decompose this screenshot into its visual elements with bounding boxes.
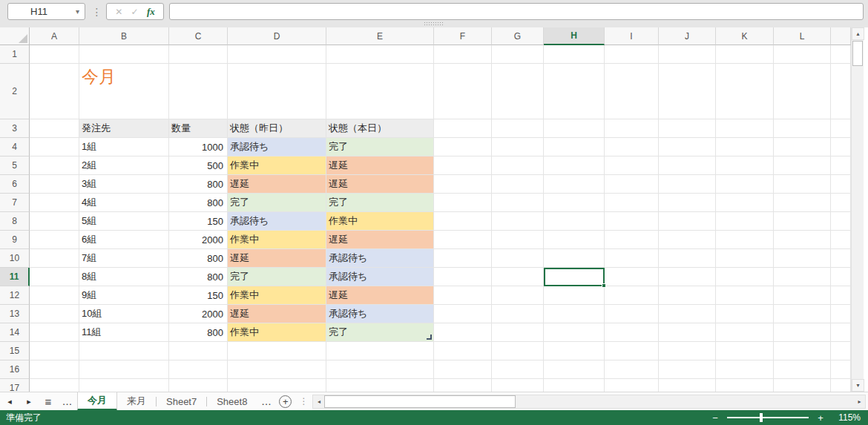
cell-G8[interactable] <box>492 212 544 231</box>
cell-B16[interactable] <box>79 360 169 379</box>
cell-D1[interactable] <box>228 45 326 64</box>
column-header-H[interactable]: H <box>544 27 605 45</box>
cell-C7[interactable]: 800 <box>169 194 228 212</box>
cell-I11[interactable] <box>605 268 659 286</box>
cell-E5[interactable]: 遅延 <box>326 157 434 175</box>
cell-I10[interactable] <box>605 249 659 268</box>
name-box[interactable]: H11 ▾ <box>7 3 85 20</box>
cell-I5[interactable] <box>605 157 659 175</box>
cell-G9[interactable] <box>492 231 544 249</box>
tabbar-grip-icon[interactable]: ⋮ <box>299 396 308 406</box>
cell-A17[interactable] <box>30 379 79 392</box>
cell-G12[interactable] <box>492 286 544 305</box>
cell-J10[interactable] <box>659 249 716 268</box>
cell-J9[interactable] <box>659 231 716 249</box>
cell-B8[interactable]: 5組 <box>79 212 169 231</box>
column-header-G[interactable]: G <box>492 27 544 45</box>
horizontal-scrollbar-thumb[interactable] <box>324 395 516 408</box>
cell-K1[interactable] <box>716 45 774 64</box>
cell-K17[interactable] <box>716 379 774 392</box>
cell-D16[interactable] <box>228 360 326 379</box>
cell-H10[interactable] <box>544 249 605 268</box>
cell-G5[interactable] <box>492 157 544 175</box>
scroll-left-icon[interactable]: ◂ <box>313 395 324 408</box>
cell-A1[interactable] <box>30 45 79 64</box>
sheet-tab-Sheet8[interactable]: Sheet8 <box>207 392 257 411</box>
cell-J4[interactable] <box>659 138 716 157</box>
cell-G10[interactable] <box>492 249 544 268</box>
cell-G2[interactable] <box>492 64 544 119</box>
cell-J3[interactable] <box>659 119 716 138</box>
cell-L8[interactable] <box>774 212 831 231</box>
cell-B12[interactable]: 9組 <box>79 286 169 305</box>
cell-J7[interactable] <box>659 194 716 212</box>
cell-H7[interactable] <box>544 194 605 212</box>
row-header-16[interactable]: 16 <box>0 360 30 379</box>
scroll-right-icon[interactable]: ▸ <box>854 395 865 408</box>
cell-J2[interactable] <box>659 64 716 119</box>
row-header-11[interactable]: 11 <box>0 268 30 286</box>
cell-K8[interactable] <box>716 212 774 231</box>
cell-G13[interactable] <box>492 305 544 323</box>
column-header-K[interactable]: K <box>716 27 774 45</box>
cell-B13[interactable]: 10組 <box>79 305 169 323</box>
cell-F2[interactable] <box>434 64 492 119</box>
column-header-A[interactable]: A <box>30 27 79 45</box>
row-header-2[interactable]: 2 <box>0 64 30 119</box>
cell-A3[interactable] <box>30 119 79 138</box>
cell-I14[interactable] <box>605 323 659 342</box>
cell-B1[interactable] <box>79 45 169 64</box>
cell-D2[interactable] <box>228 64 326 119</box>
cell-K12[interactable] <box>716 286 774 305</box>
row-header-8[interactable]: 8 <box>0 212 30 231</box>
cell-G15[interactable] <box>492 342 544 360</box>
cell-C5[interactable]: 500 <box>169 157 228 175</box>
tab-overflow-left-icon[interactable]: … <box>58 392 77 411</box>
cell-B10[interactable]: 7組 <box>79 249 169 268</box>
cell-J6[interactable] <box>659 175 716 194</box>
cell-F11[interactable] <box>434 268 492 286</box>
cell-I1[interactable] <box>605 45 659 64</box>
cell-H13[interactable] <box>544 305 605 323</box>
cell-E3[interactable]: 状態（本日） <box>326 119 434 138</box>
cell-D8[interactable]: 承認待ち <box>228 212 326 231</box>
cell-D3[interactable]: 状態（昨日） <box>228 119 326 138</box>
cell-C1[interactable] <box>169 45 228 64</box>
cell-G7[interactable] <box>492 194 544 212</box>
cell-H9[interactable] <box>544 231 605 249</box>
row-header-10[interactable]: 10 <box>0 249 30 268</box>
cell-E2[interactable] <box>326 64 434 119</box>
cell-J5[interactable] <box>659 157 716 175</box>
formula-bar-grip-icon[interactable]: ⋮ <box>91 3 102 20</box>
select-all-corner[interactable] <box>0 27 30 45</box>
cell-L5[interactable] <box>774 157 831 175</box>
cell-A6[interactable] <box>30 175 79 194</box>
cell-K9[interactable] <box>716 231 774 249</box>
cell-partial-16[interactable] <box>831 360 851 379</box>
zoom-slider-thumb[interactable] <box>760 413 763 422</box>
scroll-up-icon[interactable]: ▴ <box>852 27 864 40</box>
row-header-6[interactable]: 6 <box>0 175 30 194</box>
cell-L13[interactable] <box>774 305 831 323</box>
row-header-4[interactable]: 4 <box>0 138 30 157</box>
cell-K14[interactable] <box>716 323 774 342</box>
sheet-tab-今月[interactable]: 今月 <box>77 392 117 411</box>
cell-D12[interactable]: 作業中 <box>228 286 326 305</box>
cell-K3[interactable] <box>716 119 774 138</box>
cell-D11[interactable]: 完了 <box>228 268 326 286</box>
horizontal-scrollbar-track[interactable] <box>516 395 854 408</box>
cell-I7[interactable] <box>605 194 659 212</box>
cell-I12[interactable] <box>605 286 659 305</box>
insert-function-icon[interactable]: fx <box>147 6 155 18</box>
cell-J15[interactable] <box>659 342 716 360</box>
cell-H4[interactable] <box>544 138 605 157</box>
cell-I13[interactable] <box>605 305 659 323</box>
cell-A7[interactable] <box>30 194 79 212</box>
cancel-icon[interactable]: ✕ <box>115 7 122 17</box>
cell-D4[interactable]: 承認待ち <box>228 138 326 157</box>
cell-G3[interactable] <box>492 119 544 138</box>
cell-F8[interactable] <box>434 212 492 231</box>
cell-D17[interactable] <box>228 379 326 392</box>
cell-F10[interactable] <box>434 249 492 268</box>
cell-L10[interactable] <box>774 249 831 268</box>
